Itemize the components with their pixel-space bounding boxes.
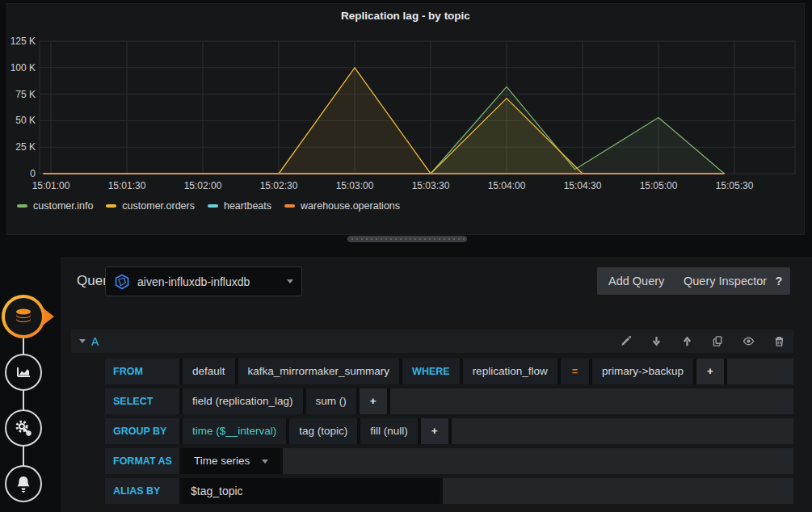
add-part-button[interactable]: + — [696, 359, 724, 384]
legend-item-warehouse.operations[interactable]: warehouse.operations — [284, 200, 400, 212]
arrow-down-icon[interactable] — [650, 335, 663, 347]
legend-swatch-icon — [17, 204, 27, 208]
tab-alert[interactable] — [5, 465, 42, 502]
legend-item-heartbeats[interactable]: heartbeats — [208, 200, 271, 212]
y-axis-tick-label: 50 K — [15, 115, 36, 126]
query-rows: FROMdefaultkafka_mirrormaker_summaryWHER… — [105, 359, 793, 508]
format-as-select[interactable]: Time series — [183, 448, 280, 474]
query-row-alias-by: ALIAS BY — [105, 478, 793, 504]
query-part[interactable]: default — [183, 359, 235, 384]
area-chart-icon — [14, 363, 33, 382]
eye-icon[interactable] — [743, 335, 755, 347]
query-row-select: SELECTfield (replication_lag)sum ()+ — [105, 388, 793, 414]
x-axis-tick-label: 15:04:00 — [488, 180, 526, 191]
x-axis-tick-label: 15:01:00 — [32, 180, 70, 191]
query-part[interactable]: WHERE — [402, 359, 460, 384]
chart-legend: customer.infocustomer.ordersheartbeatswa… — [17, 199, 413, 212]
help-button[interactable]: ? — [768, 267, 790, 295]
panel-title[interactable]: Replication lag - by topic — [7, 10, 804, 22]
x-axis-tick-label: 15:03:30 — [412, 180, 450, 191]
chevron-down-icon — [262, 460, 268, 464]
y-axis-tick-label: 25 K — [15, 141, 36, 153]
graph-panel: Replication lag - by topic 025 K50 K75 K… — [6, 3, 805, 235]
legend-label: warehouse.operations — [301, 200, 400, 212]
legend-label: customer.orders — [122, 200, 195, 212]
y-axis-tick-label: 0 — [30, 168, 36, 179]
bell-icon — [13, 473, 34, 494]
collapse-caret-icon[interactable] — [79, 339, 86, 343]
legend-item-customer.orders[interactable]: customer.orders — [106, 200, 195, 212]
row-filler — [452, 418, 793, 444]
add-part-button[interactable]: + — [360, 388, 387, 414]
query-keyword-label: SELECT — [105, 388, 179, 414]
y-axis-tick-label: 100 K — [11, 62, 36, 73]
datasource-name: aiven-influxdb-influxdb — [137, 275, 287, 288]
query-part[interactable]: fill (null) — [360, 418, 418, 444]
query-part[interactable]: replication_flow — [463, 359, 557, 384]
legend-swatch-icon — [106, 204, 116, 208]
query-row-header[interactable]: A — [71, 329, 793, 353]
x-axis-tick-label: 15:02:30 — [260, 180, 298, 191]
legend-swatch-icon — [284, 204, 295, 208]
x-axis-tick-label: 15:05:00 — [640, 180, 678, 191]
tab-pointer-arrow — [44, 308, 54, 325]
x-axis-tick-label: 15:04:30 — [564, 180, 602, 191]
tab-visualization[interactable] — [5, 354, 42, 391]
row-filler — [390, 388, 793, 414]
query-keyword-label: GROUP BY — [105, 418, 179, 444]
query-row-from: FROMdefaultkafka_mirrormaker_summaryWHER… — [105, 359, 793, 384]
y-axis-tick-label: 75 K — [15, 89, 36, 100]
x-axis-tick-label: 15:01:30 — [108, 180, 146, 191]
legend-item-customer.info[interactable]: customer.info — [17, 200, 93, 212]
add-query-button[interactable]: Add Query — [597, 267, 675, 295]
duplicate-icon[interactable] — [712, 335, 724, 347]
legend-label: customer.info — [33, 200, 93, 212]
trash-icon[interactable] — [773, 335, 785, 347]
query-part[interactable]: primary->backup — [592, 359, 693, 384]
time-series-chart: 025 K50 K75 K100 K125 K15:01:0015:01:301… — [7, 27, 804, 199]
pencil-icon[interactable] — [620, 335, 632, 347]
query-part[interactable]: = — [561, 359, 589, 384]
query-keyword-label: FROM — [105, 359, 179, 384]
panel-resize-handle[interactable] — [347, 236, 467, 242]
chevron-down-icon — [287, 279, 293, 283]
database-icon — [5, 298, 42, 335]
query-ref-id: A — [91, 335, 99, 348]
query-row-group-by: GROUP BYtime ($__interval)tag (topic)fil… — [105, 418, 793, 444]
query-part[interactable]: tag (topic) — [289, 418, 357, 444]
tab-connector-line — [23, 317, 24, 484]
tab-general-settings[interactable] — [5, 409, 42, 447]
legend-swatch-icon — [208, 204, 218, 208]
tab-queries[interactable] — [2, 295, 45, 338]
alias-by-input[interactable] — [183, 478, 440, 504]
x-axis-tick-label: 15:03:00 — [336, 180, 374, 191]
row-filler — [283, 448, 793, 474]
gear-wrench-icon — [13, 418, 34, 439]
x-axis-tick-label: 15:05:30 — [716, 180, 754, 191]
influxdb-logo-icon — [114, 274, 130, 290]
query-row-format-as: FORMAT ASTime series — [105, 448, 793, 474]
x-axis-tick-label: 15:02:00 — [184, 180, 222, 191]
query-part[interactable]: sum () — [306, 388, 356, 414]
row-filler — [443, 478, 793, 504]
legend-label: heartbeats — [224, 200, 271, 212]
query-part[interactable]: field (replication_lag) — [183, 388, 303, 414]
y-axis-tick-label: 125 K — [11, 36, 36, 47]
datasource-select[interactable]: aiven-influxdb-influxdb — [105, 266, 302, 296]
query-inspector-button[interactable]: Query Inspector — [672, 267, 778, 295]
query-part[interactable]: time ($__interval) — [183, 418, 286, 444]
query-part[interactable]: kafka_mirrormaker_summary — [238, 359, 400, 384]
add-part-button[interactable]: + — [421, 418, 448, 444]
arrow-up-icon[interactable] — [681, 335, 693, 347]
row-filler — [727, 359, 793, 384]
query-keyword-label: FORMAT AS — [105, 448, 179, 474]
query-keyword-label: ALIAS BY — [105, 478, 179, 504]
